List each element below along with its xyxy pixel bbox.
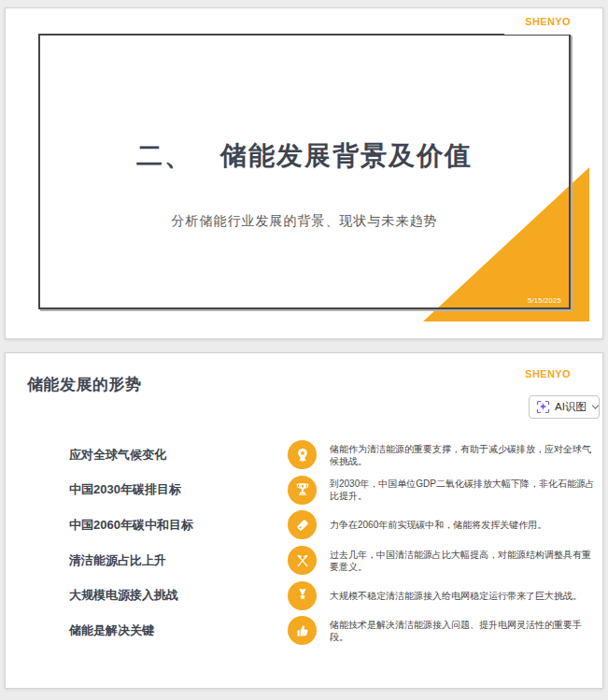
- chevron-down-icon[interactable]: [591, 404, 600, 410]
- list-item: 中国2030年碳排目标 到2030年，中国单位GDP二氧化碳排放大幅下降，非化石…: [6, 473, 604, 508]
- feature-description: 到2030年，中国单位GDP二氧化碳排放大幅下降，非化石能源占比提升。: [330, 478, 599, 502]
- feature-description: 大规模不稳定清洁能源接入给电网稳定运行带来了巨大挑战。: [330, 590, 599, 602]
- brand-logo: SHENYO: [525, 16, 571, 27]
- list-item: 应对全球气候变化 储能作为清洁能源的重要支撑，有助于减少碳排放，应对全球气候挑战…: [6, 437, 604, 473]
- list-item: 储能是解决关键 储能技术是解决清洁能源接入问题、提升电网灵活性的重要手段。: [6, 613, 604, 649]
- feature-description: 储能技术是解决清洁能源接入问题、提升电网灵活性的重要手段。: [330, 619, 599, 643]
- award-ribbon-icon: [288, 440, 317, 469]
- feature-heading: 中国2060年碳中和目标: [69, 517, 279, 534]
- slide-date: 5/15/2025: [528, 296, 561, 305]
- list-item: 清洁能源占比上升 过去几年，中国清洁能源占比大幅提高，对能源结构调整具有重要意义…: [6, 543, 604, 579]
- slide-preview-title[interactable]: 5/15/2025 SHENYO 二、 储能发展背景及价值 分析储能行业发展的背…: [5, 7, 603, 339]
- feature-heading: 储能是解决关键: [69, 622, 279, 639]
- brand-logo-box: SHENYO: [525, 364, 571, 381]
- medal-star-icon: [288, 581, 317, 610]
- ai-button-label: AI识图: [555, 400, 587, 414]
- feature-heading: 中国2030年碳排目标: [69, 481, 279, 498]
- price-tag-icon: [288, 510, 317, 539]
- feature-description: 过去几年，中国清洁能源占比大幅提高，对能源结构调整具有重要意义。: [330, 549, 599, 573]
- trophy-icon: [288, 476, 317, 505]
- feature-heading: 应对全球气候变化: [69, 447, 279, 464]
- section-title: 二、 储能发展背景及价值: [38, 140, 571, 172]
- feature-list: 应对全球气候变化 储能作为清洁能源的重要支撑，有助于减少碳排放，应对全球气候挑战…: [6, 437, 604, 649]
- brand-logo-box: SHENYO: [504, 8, 602, 35]
- feature-description: 力争在2060年前实现碳中和，储能将发挥关键作用。: [330, 519, 599, 531]
- page-title: 储能发展的形势: [27, 374, 142, 395]
- corner-triangle-decoration: 5/15/2025: [423, 167, 589, 321]
- list-item: 大规模电源接入挑战 大规模不稳定清洁能源接入给电网稳定运行带来了巨大挑战。: [6, 578, 604, 613]
- feature-description: 储能作为清洁能源的重要支撑，有助于减少碳排放，应对全球气候挑战。: [330, 443, 599, 467]
- slide-preview-content[interactable]: 储能发展的形势 SHENYO AI识图 应对全球气候变化 储能作为清洁能源的重要…: [5, 352, 603, 689]
- feature-heading: 清洁能源占比上升: [69, 552, 279, 569]
- crossed-flags-icon: [288, 546, 317, 575]
- section-subtitle: 分析储能行业发展的背景、现状与未来趋势: [38, 213, 571, 230]
- list-item: 中国2060年碳中和目标 力争在2060年前实现碳中和，储能将发挥关键作用。: [6, 507, 604, 543]
- ai-recognize-button[interactable]: AI识图: [529, 395, 600, 419]
- brand-logo: SHENYO: [525, 368, 571, 379]
- sparkle-scan-icon: [536, 400, 550, 414]
- feature-heading: 大规模电源接入挑战: [69, 587, 279, 604]
- thumbs-up-icon: [288, 616, 317, 645]
